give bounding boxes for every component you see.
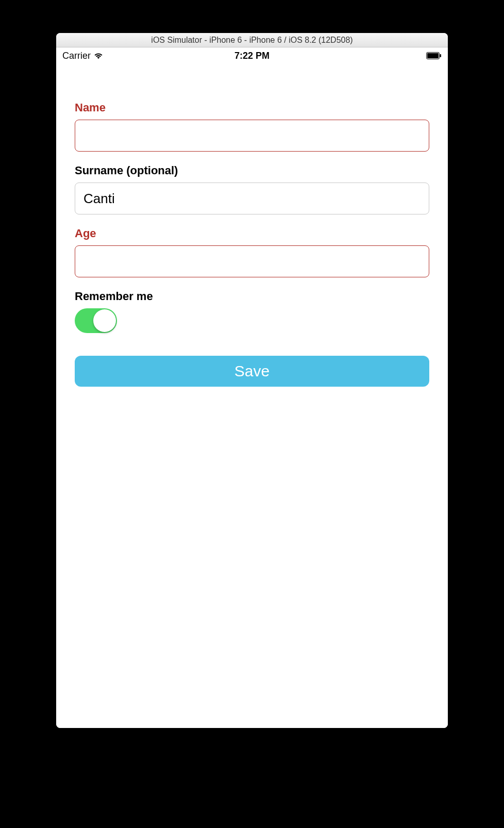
age-row: Age bbox=[75, 227, 429, 277]
surname-label: Surname (optional) bbox=[75, 164, 429, 177]
save-button[interactable]: Save bbox=[75, 356, 429, 387]
form-content: Name Surname (optional) Age Remember me … bbox=[56, 64, 448, 387]
name-label: Name bbox=[75, 101, 429, 114]
remember-row: Remember me bbox=[75, 290, 429, 333]
age-input[interactable] bbox=[75, 245, 429, 277]
phone-screen: Carrier 7:22 PM Name bbox=[56, 47, 448, 728]
remember-toggle[interactable] bbox=[75, 308, 117, 333]
svg-rect-2 bbox=[440, 54, 442, 57]
surname-row: Surname (optional) bbox=[75, 164, 429, 214]
status-left: Carrier bbox=[62, 51, 103, 61]
window-title: iOS Simulator - iPhone 6 - iPhone 6 / iO… bbox=[151, 36, 352, 45]
name-input[interactable] bbox=[75, 120, 429, 152]
status-time: 7:22 PM bbox=[234, 51, 270, 61]
remember-label: Remember me bbox=[75, 290, 429, 303]
toggle-knob bbox=[93, 309, 116, 332]
status-bar: Carrier 7:22 PM bbox=[56, 47, 448, 64]
age-label: Age bbox=[75, 227, 429, 240]
svg-rect-1 bbox=[427, 53, 439, 58]
window-titlebar[interactable]: iOS Simulator - iPhone 6 - iPhone 6 / iO… bbox=[56, 33, 448, 47]
name-row: Name bbox=[75, 101, 429, 152]
simulator-window: iOS Simulator - iPhone 6 - iPhone 6 / iO… bbox=[56, 33, 448, 728]
carrier-label: Carrier bbox=[62, 51, 91, 61]
wifi-icon bbox=[94, 52, 103, 59]
surname-input[interactable] bbox=[75, 183, 429, 214]
status-right bbox=[426, 52, 442, 59]
battery-icon bbox=[426, 52, 442, 59]
